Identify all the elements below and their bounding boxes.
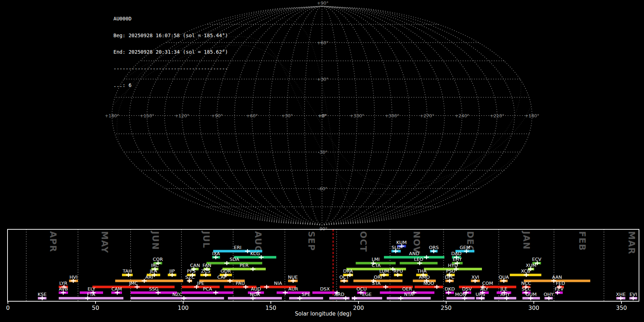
shower-label: GEM [460, 245, 470, 250]
shower-label: LMI [372, 257, 380, 262]
shower-label: FED [556, 280, 565, 286]
shower-label: PAU [236, 280, 245, 286]
shower-label: OCU [356, 286, 367, 292]
x-tick-label: 350 [616, 304, 627, 311]
month-label: AUG [253, 231, 263, 253]
shower-label: EVI [630, 292, 637, 297]
shower-label: FAN [203, 263, 211, 268]
shower-bar [340, 286, 413, 288]
x-tick-label: 50 [92, 304, 99, 311]
x-tick-label: 200 [353, 304, 364, 311]
shower-label: ECV [532, 257, 541, 262]
shower-bar [92, 286, 175, 288]
shower-peak-marker [228, 279, 233, 283]
shower-label: LYR [59, 280, 68, 286]
shower-label: OCT [339, 274, 349, 280]
month-label: MAY [99, 231, 109, 253]
shower-label: STA [372, 280, 380, 286]
shower-label: FTA [87, 292, 95, 297]
shower-label: ELY [88, 286, 96, 292]
month-label: NOV [411, 231, 421, 254]
shower-label: PER [240, 263, 249, 268]
shower-label: JPE [197, 280, 204, 286]
shower-label: EGE [362, 292, 372, 297]
x-tick-label: 100 [178, 304, 189, 311]
shower-label: HYD [448, 263, 458, 268]
shower-peak-marker [224, 261, 229, 265]
month-label: JUL [201, 230, 211, 248]
shower-bar [447, 297, 475, 299]
shower-label: PSU [446, 268, 455, 274]
shower-label: ARI [145, 274, 153, 280]
shower-label: ORS [429, 245, 439, 250]
shower-label: IRC [151, 263, 158, 268]
shower-label: DAD [451, 251, 462, 256]
shower-label: AHY [501, 292, 510, 297]
shower-peak-marker [352, 296, 357, 300]
shower-label: ALY [480, 286, 488, 292]
shower-bar [182, 292, 233, 294]
x-tick-label: 150 [265, 304, 277, 311]
shower-bar [234, 256, 276, 259]
shower-label: NUE [288, 274, 298, 280]
month-label: MAR [626, 231, 636, 254]
shower-label: SLD [391, 245, 401, 250]
month-label: SEP [306, 231, 316, 251]
shower-bar [312, 292, 337, 294]
shower-bar [59, 297, 123, 299]
shower-label: SPE [302, 292, 310, 297]
x-axis-title: Solar longitude (deg) [295, 311, 351, 317]
shower-label: XVI [472, 274, 479, 280]
shower-label: SDA [230, 257, 239, 262]
shower-label: QUA [499, 274, 509, 280]
shower-label: ARD [335, 292, 345, 297]
shower-label: IXA [212, 251, 220, 256]
shower-label: COM [482, 280, 493, 286]
shower-bar [289, 297, 323, 299]
shower-peak-marker [424, 255, 429, 259]
activity-timeline-chart: APRMAYJUNJULAUGSEPOCTNOVDECJANFEBMARKUME… [0, 0, 644, 322]
shower-label: PPS [187, 268, 196, 274]
month-label: JUN [150, 230, 160, 250]
shower-label: CAN [190, 263, 200, 268]
shower-label: AAN [552, 274, 562, 280]
month-label: OCT [358, 231, 368, 252]
shower-label: NDA [250, 292, 260, 297]
shower-label: DSX [320, 286, 330, 292]
shower-label: JEA [149, 268, 157, 274]
shower-peak-marker [213, 291, 218, 295]
shower-label: NTA [404, 292, 414, 297]
shower-bar [115, 280, 183, 282]
shower-label: FEV [555, 286, 564, 292]
shower-bar [131, 297, 224, 299]
shower-label: DPC [445, 274, 454, 280]
month-label: JAN [521, 230, 531, 250]
shower-label: RPU [394, 268, 403, 274]
shower-label: ZCS [201, 268, 210, 274]
shower-bars: KUMERISLDORSGEMIXAKCGANDDADCORSDALMILEOE… [38, 240, 637, 301]
shower-peak-marker [283, 291, 288, 295]
shower-label: NCC [521, 280, 531, 286]
shower-label: DKD [445, 286, 455, 292]
shower-label: EHY [453, 257, 462, 262]
shower-peak-marker [398, 296, 403, 300]
shower-label: ORI [374, 274, 382, 280]
month-label: FEB [577, 231, 587, 251]
shower-bar [182, 286, 220, 288]
shower-label: SZC [185, 274, 195, 280]
shower-label: OER [402, 286, 412, 292]
shower-label: AND [409, 251, 419, 256]
shower-label: CAP [218, 274, 227, 280]
shower-label: KUM [396, 240, 407, 245]
shower-label: AVB [59, 286, 68, 292]
x-tick-label: 300 [528, 304, 540, 311]
shower-label: XUM [526, 263, 537, 268]
shower-label: URS [475, 292, 485, 297]
shower-label: CTA [372, 263, 381, 268]
x-tick-label: 250 [441, 304, 452, 311]
shower-bar [387, 297, 431, 299]
shower-label: XCB [521, 268, 530, 274]
shower-peak-marker [250, 267, 255, 271]
shower-label: KCG [250, 251, 260, 256]
shower-label: TAH [122, 268, 132, 274]
